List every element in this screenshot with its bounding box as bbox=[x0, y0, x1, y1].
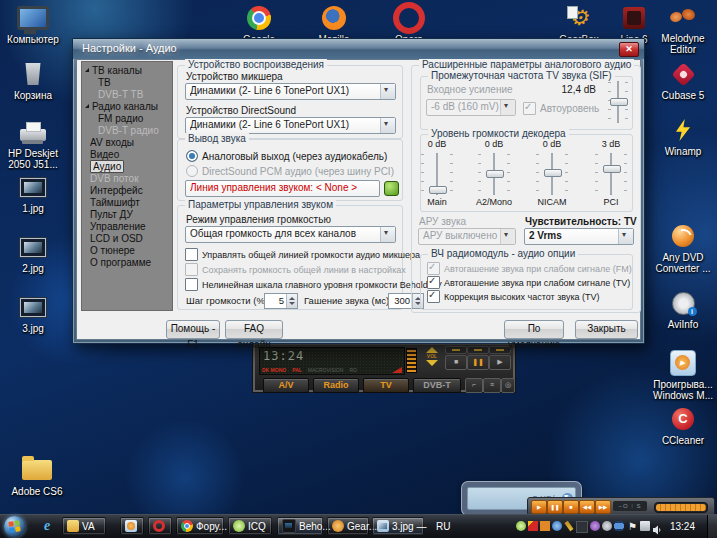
settings-wrench-button[interactable]: ⌐ bbox=[465, 378, 483, 393]
taskbar-button-opera[interactable] bbox=[148, 517, 172, 535]
tray-download-icon[interactable] bbox=[552, 521, 562, 531]
input-gain-select[interactable]: -6 dB (160 mV) bbox=[426, 99, 516, 116]
tree-item-audio[interactable]: Аудио bbox=[82, 160, 172, 172]
directsound-device-select[interactable]: Динамики (2- Line 6 TonePort UX1) bbox=[185, 117, 396, 134]
show-desktop-button[interactable] bbox=[707, 515, 717, 538]
internet-explorer-icon[interactable]: e bbox=[44, 518, 50, 534]
tray-behold-icon[interactable] bbox=[576, 521, 588, 533]
start-button[interactable] bbox=[4, 516, 25, 537]
rewind-button[interactable]: ◀◀ bbox=[579, 500, 595, 514]
slider-thumb[interactable] bbox=[429, 186, 447, 194]
volume-down-button[interactable] bbox=[426, 360, 438, 366]
tree-item-dvb-stream[interactable]: DVB поток bbox=[82, 172, 172, 184]
desktop-icon-2jpg[interactable]: 2.jpg bbox=[2, 233, 64, 274]
tray-antivirus-icon[interactable] bbox=[528, 521, 538, 531]
desktop-icon-aviinfo[interactable]: AviInfo bbox=[652, 289, 714, 330]
tree-item-dvbt-tv[interactable]: DVB-T ТВ bbox=[82, 88, 172, 100]
language-indicator[interactable]: RU bbox=[436, 521, 450, 532]
taskbar-button-forum[interactable]: Фору... bbox=[176, 517, 224, 535]
tv-hf-correction-checkbox[interactable]: Коррекция высоких частот звука (TV) bbox=[427, 290, 600, 303]
tree-item-dvbt-radio[interactable]: DVB-T радио bbox=[82, 124, 172, 136]
desktop-icon-winamp[interactable]: Winamp bbox=[652, 116, 714, 157]
sound-control-line-field[interactable]: Линия управления звуком: < None > bbox=[185, 180, 380, 197]
player-extra-button[interactable] bbox=[445, 346, 467, 354]
mode-av-button[interactable]: A/V bbox=[263, 378, 309, 393]
tree-item-av-inputs[interactable]: AV входы bbox=[82, 136, 172, 148]
nonlinear-volume-scale-checkbox[interactable]: Нелинейная шкала главного уровня громкос… bbox=[185, 278, 442, 291]
tray-app2-icon[interactable] bbox=[602, 521, 612, 531]
stop-button[interactable]: ■ bbox=[445, 355, 467, 370]
mode-tv-button[interactable]: TV bbox=[363, 378, 409, 393]
defaults-button[interactable]: По умолчанию bbox=[504, 320, 564, 339]
decoder-slider-a2mono[interactable] bbox=[476, 153, 512, 195]
help-button[interactable]: Помощь - F1 bbox=[166, 320, 220, 339]
dialog-titlebar[interactable]: Настройки - Аудио ✕ bbox=[73, 39, 644, 59]
tray-app-icon[interactable] bbox=[590, 521, 600, 531]
tray-flag-icon[interactable]: ⚑ bbox=[628, 521, 638, 531]
mode-dvbt-button[interactable]: DVB-T bbox=[413, 378, 461, 393]
save-master-volume-checkbox[interactable]: Сохранять громкость общей линии в настро… bbox=[185, 263, 406, 276]
play-button[interactable]: ▶ bbox=[531, 500, 547, 514]
tree-item-control[interactable]: Управление bbox=[82, 220, 172, 232]
stop-button[interactable]: ■ bbox=[563, 500, 579, 514]
tree-item-interface[interactable]: Интерфейс bbox=[82, 184, 172, 196]
taskbar-button-behold[interactable]: Beho... bbox=[277, 517, 323, 535]
slider-thumb[interactable] bbox=[486, 170, 504, 178]
taskbar-button-icq[interactable]: ICQ bbox=[228, 517, 272, 535]
pause-button[interactable]: ❚❚ bbox=[547, 500, 563, 514]
tv-auto-mute-checkbox[interactable]: Автогашение звука при слабом сигнале (TV… bbox=[427, 276, 630, 289]
auto-level-checkbox[interactable]: Автоуровень bbox=[523, 102, 599, 115]
refresh-sound-line-icon[interactable] bbox=[384, 181, 399, 196]
tray-icq-icon[interactable] bbox=[516, 521, 526, 531]
taskbar-button-3jpg[interactable]: 3.jpg — bbox=[372, 517, 424, 535]
agc-select[interactable]: АРУ выключено bbox=[418, 228, 516, 245]
pause-button[interactable]: ❚❚ bbox=[467, 355, 489, 370]
desktop-icon-wmp[interactable]: Проигрыва... Windows M... bbox=[652, 349, 714, 401]
desktop-icon-recycle-bin[interactable]: Корзина bbox=[2, 60, 64, 101]
fm-auto-mute-checkbox[interactable]: Автогашение звука при слабом сигнале (FM… bbox=[427, 262, 632, 275]
close-icon[interactable]: ✕ bbox=[619, 42, 639, 57]
play-button[interactable]: ▶ bbox=[489, 355, 511, 370]
player-extra-button[interactable] bbox=[467, 346, 489, 354]
decoder-slider-nicam[interactable] bbox=[534, 153, 570, 195]
slider-thumb[interactable] bbox=[603, 165, 621, 173]
tree-item-lcd-osd[interactable]: LCD и OSD bbox=[82, 232, 172, 244]
tree-item-tv-channels[interactable]: ТВ каналы bbox=[82, 64, 172, 76]
tree-item-timeshift[interactable]: Таймшифт bbox=[82, 196, 172, 208]
tv-sensitivity-select[interactable]: 2 Vrms bbox=[524, 228, 634, 245]
tray-punto-icon[interactable] bbox=[540, 521, 550, 531]
tray-pencil-icon[interactable] bbox=[564, 521, 573, 531]
tree-item-tv[interactable]: ТВ bbox=[82, 76, 172, 88]
faq-online-button[interactable]: FAQ онлайн bbox=[225, 320, 283, 339]
slider-thumb[interactable] bbox=[610, 98, 628, 106]
desktop-icon-computer[interactable]: Компьютер bbox=[2, 4, 64, 45]
taskbar-button-va[interactable]: VA bbox=[62, 517, 106, 535]
taskbar-clock[interactable]: 13:24 bbox=[670, 521, 695, 532]
directsound-pcm-radio[interactable]: DirectSound PCM аудио (через шину PCI) bbox=[186, 165, 394, 177]
slider-thumb[interactable] bbox=[544, 169, 562, 177]
mixer-device-select[interactable]: Динамики (2- Line 6 TonePort UX1) bbox=[185, 83, 396, 100]
tray-search-icon[interactable] bbox=[614, 521, 624, 531]
desktop-icon-cubase[interactable]: Cubase 5 bbox=[652, 60, 714, 101]
tray-speaker-icon[interactable] bbox=[652, 521, 662, 531]
mixer-master-line-checkbox[interactable]: Управлять общей линией громкости аудио м… bbox=[185, 248, 420, 261]
volume-mode-select[interactable]: Общая громкость для всех каналов bbox=[185, 226, 396, 243]
tree-item-about-program[interactable]: О программе bbox=[82, 256, 172, 268]
sif-level-slider[interactable] bbox=[606, 81, 630, 123]
desktop-icon-melodyne[interactable]: Melodyne Editor bbox=[652, 3, 714, 55]
taskbar-button-gearbox[interactable]: Gear... bbox=[327, 517, 369, 535]
forward-button[interactable]: ▶▶ bbox=[595, 500, 611, 514]
decoder-slider-pci[interactable] bbox=[593, 153, 629, 195]
tree-item-fm-radio[interactable]: FM радио bbox=[82, 112, 172, 124]
desktop-icon-ccleaner[interactable]: CCleaner bbox=[652, 405, 714, 446]
player-tool-button[interactable]: ◎ bbox=[501, 378, 515, 393]
desktop-icon-adobe-cs6[interactable]: Adobe CS6 bbox=[6, 456, 68, 497]
tree-item-remote[interactable]: Пульт ДУ bbox=[82, 208, 172, 220]
desktop-icon-3jpg[interactable]: 3.jpg bbox=[2, 293, 64, 334]
desktop-icon-anydvd[interactable]: Any DVD Converter ... bbox=[652, 222, 714, 274]
player-tool-button[interactable]: ≡ bbox=[483, 378, 501, 393]
tray-network-icon[interactable] bbox=[640, 521, 650, 531]
taskbar-button-wmp[interactable] bbox=[120, 517, 144, 535]
mode-radio-button[interactable]: Radio bbox=[313, 378, 359, 393]
desktop-icon-1jpg[interactable]: 1.jpg bbox=[2, 173, 64, 214]
